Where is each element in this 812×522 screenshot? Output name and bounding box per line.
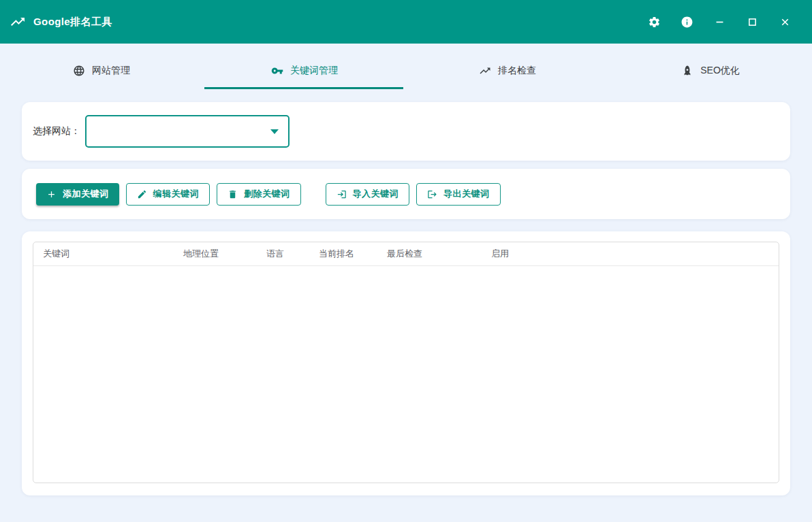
export-keyword-label: 导出关键词: [443, 188, 490, 200]
tab-label: 排名检查: [498, 65, 536, 77]
tab-keyword-management[interactable]: 关键词管理: [203, 52, 406, 89]
titlebar-controls: [638, 5, 801, 38]
close-icon: [779, 16, 791, 28]
globe-icon: [73, 65, 85, 77]
import-keyword-label: 导入关键词: [353, 188, 399, 200]
tab-seo-optimization[interactable]: SEO优化: [609, 52, 812, 89]
minimize-icon: [714, 16, 725, 28]
info-button[interactable]: [670, 5, 703, 38]
export-keyword-button[interactable]: 导出关键词: [416, 183, 501, 206]
add-keyword-button[interactable]: 添加关键词: [36, 183, 119, 206]
export-icon: [427, 189, 437, 199]
delete-keyword-label: 删除关键词: [244, 188, 290, 200]
app-title: Google排名工具: [33, 16, 112, 29]
keyword-table-body: [33, 266, 779, 483]
maximize-button[interactable]: [736, 5, 768, 38]
keyword-table-header: 关键词 地理位置 语言 当前排名 最后检查 启用: [33, 242, 779, 266]
maximize-icon: [747, 16, 758, 28]
tab-bar: 网站管理 关键词管理 排名检查 SEO优化: [0, 52, 812, 89]
import-icon: [337, 189, 347, 199]
column-header-last-check: 最后检查: [387, 248, 491, 260]
key-icon: [271, 65, 283, 77]
add-keyword-label: 添加关键词: [63, 188, 109, 200]
settings-button[interactable]: [638, 5, 670, 38]
tab-label: SEO优化: [700, 65, 740, 77]
trash-icon: [228, 189, 238, 199]
keyword-table: 关键词 地理位置 语言 当前排名 最后检查 启用: [33, 242, 779, 483]
keyword-toolbar-card: 添加关键词 编辑关键词 删除关键词 导入关键词 导出关键词: [22, 169, 790, 219]
tab-rank-check[interactable]: 排名检查: [406, 52, 609, 89]
column-header-location: 地理位置: [183, 248, 266, 260]
pencil-icon: [137, 189, 147, 199]
column-header-keyword: 关键词: [43, 248, 183, 260]
tab-label: 关键词管理: [290, 65, 338, 77]
trending-up-icon: [479, 65, 491, 77]
column-header-enabled: 启用: [491, 248, 779, 260]
rocket-icon: [681, 65, 693, 77]
tab-site-management[interactable]: 网站管理: [0, 52, 203, 89]
site-selector-card: 选择网站：: [22, 102, 790, 161]
import-keyword-button[interactable]: 导入关键词: [326, 183, 410, 206]
info-icon: [681, 16, 693, 29]
edit-keyword-label: 编辑关键词: [153, 188, 200, 200]
plus-icon: [46, 189, 57, 199]
site-selector-label: 选择网站：: [33, 125, 85, 137]
chevron-down-icon: [270, 129, 279, 134]
column-header-language: 语言: [266, 248, 319, 260]
keyword-table-card: 关键词 地理位置 语言 当前排名 最后检查 启用: [22, 231, 790, 495]
titlebar: Google排名工具: [0, 0, 812, 44]
close-button[interactable]: [768, 5, 801, 38]
trending-up-icon: [10, 14, 26, 30]
tab-label: 网站管理: [92, 65, 130, 77]
gear-icon: [648, 16, 661, 29]
site-select-dropdown[interactable]: [85, 115, 290, 148]
minimize-button[interactable]: [703, 5, 736, 38]
edit-keyword-button[interactable]: 编辑关键词: [126, 183, 210, 206]
delete-keyword-button[interactable]: 删除关键词: [217, 183, 301, 206]
column-header-current-rank: 当前排名: [319, 248, 387, 260]
